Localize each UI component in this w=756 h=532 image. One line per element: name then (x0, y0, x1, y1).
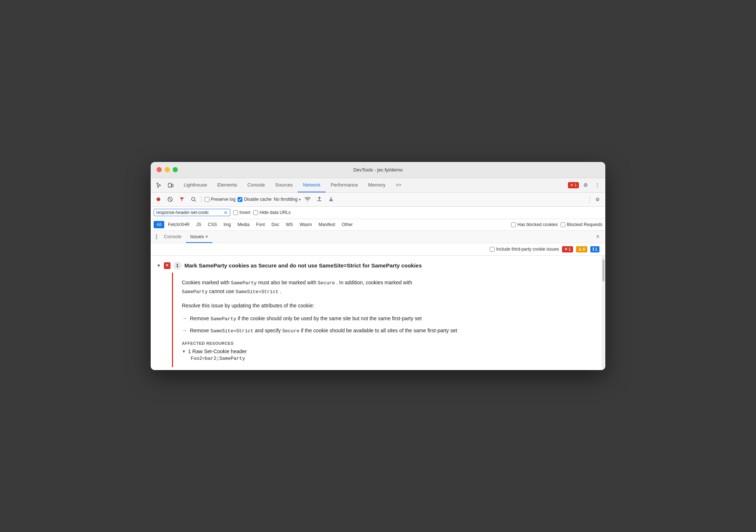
scrollbar-thumb[interactable] (602, 259, 605, 281)
svg-point-7 (156, 234, 157, 236)
disable-cache-label[interactable]: Disable cache (244, 197, 271, 202)
blocked-requests-checkbox[interactable] (561, 222, 565, 227)
titlebar: DevTools - jec.fyi/demo (151, 162, 605, 178)
invert-group: Invert (233, 210, 250, 215)
devtools-panel: Lighthouse Elements Console Sources Netw… (151, 178, 605, 370)
tab-console[interactable]: Console (242, 178, 270, 192)
third-party-cookie-checkbox[interactable] (490, 247, 495, 252)
issue-title: Mark SameParty cookies as Secure and do … (184, 262, 422, 269)
issues-content: ▼ ✕ 1 Mark SameParty cookies as Secure a… (151, 256, 605, 370)
affected-resource-item[interactable]: ▼ 1 Raw Set-Cookie header (182, 348, 597, 354)
svg-point-8 (156, 236, 157, 237)
type-filter-js[interactable]: JS (193, 221, 204, 228)
issue-bullet-2: → Remove SameSite=Strict and specify Sec… (182, 326, 597, 335)
issue-count-badge: 1 (173, 262, 181, 270)
svg-point-2 (157, 197, 160, 201)
error-badge[interactable]: ✕ 1 (568, 182, 579, 188)
tab-memory[interactable]: Memory (363, 178, 390, 192)
clear-button[interactable] (165, 195, 175, 204)
filter-icon[interactable] (177, 195, 187, 204)
hide-data-urls-label[interactable]: Hide data URLs (260, 210, 291, 215)
panel-close-button[interactable]: × (593, 233, 602, 240)
type-filter-manifest[interactable]: Manifest (316, 221, 338, 228)
type-filter-doc[interactable]: Doc (268, 221, 282, 228)
type-filter-media[interactable]: Media (235, 221, 253, 228)
type-filter-all[interactable]: All (154, 221, 164, 228)
invert-checkbox[interactable] (233, 210, 238, 215)
invert-label[interactable]: Invert (239, 210, 250, 215)
upload-icon[interactable] (315, 195, 324, 204)
issue-description: Cookies marked with SameParty must also … (182, 278, 597, 296)
window-title: DevTools - jec.fyi/demo (353, 167, 403, 173)
device-toggle-icon[interactable] (165, 180, 176, 190)
has-blocked-cookies-checkbox[interactable] (511, 222, 516, 227)
filter-input[interactable] (156, 210, 222, 215)
preserve-log-group: Preserve log (205, 197, 235, 202)
filter-clear-button[interactable]: ✕ (224, 210, 228, 215)
filter-input-wrapper: ✕ (154, 209, 230, 216)
tab-network[interactable]: Network (298, 178, 326, 192)
maximize-button[interactable] (173, 167, 178, 172)
preserve-log-label[interactable]: Preserve log (211, 197, 235, 202)
preserve-log-checkbox[interactable] (205, 197, 209, 202)
download-icon[interactable] (326, 195, 336, 204)
separator-2 (590, 196, 590, 203)
has-blocked-cookies-label[interactable]: Has blocked cookies (517, 222, 558, 227)
close-button[interactable] (157, 167, 162, 172)
disable-cache-checkbox[interactable] (238, 197, 242, 202)
issue-header[interactable]: ▼ ✕ 1 Mark SameParty cookies as Secure a… (151, 259, 605, 273)
tab-lighthouse[interactable]: Lighthouse (179, 178, 212, 192)
issue-expand-icon: ▼ (157, 263, 161, 268)
type-filter-img[interactable]: Img (221, 221, 234, 228)
network-toolbar: Preserve log Disable cache No throttling… (151, 193, 605, 207)
throttle-label[interactable]: No throttling (274, 197, 298, 202)
tab-more[interactable]: >> (390, 178, 406, 192)
scrollbar-track (602, 256, 605, 370)
type-filter-css[interactable]: CSS (205, 221, 220, 228)
tab-elements[interactable]: Elements (212, 178, 242, 192)
third-party-cookie-label[interactable]: Include third-party cookie issues (496, 247, 559, 252)
svg-point-9 (156, 238, 157, 239)
wifi-icon[interactable] (303, 195, 312, 204)
cursor-icon[interactable] (154, 180, 164, 190)
third-party-cookie-group: Include third-party cookie issues (490, 247, 559, 252)
issue-error-icon: ✕ (164, 262, 170, 269)
toolbar-settings-icon[interactable]: ⚙ (593, 195, 602, 204)
resource-expand-icon: ▼ (182, 349, 186, 354)
has-blocked-cookies-group: Has blocked cookies (511, 222, 558, 227)
resource-value: Foo2=bar2;SameParty (191, 356, 597, 361)
disable-cache-group: Disable cache (238, 197, 271, 202)
type-filter-ws[interactable]: WS (283, 221, 296, 228)
bullet-2-arrow: → (182, 326, 187, 335)
nav-bar: Lighthouse Elements Console Sources Netw… (151, 178, 605, 193)
record-button[interactable] (154, 195, 163, 204)
panel-tab-console[interactable]: Console (159, 231, 186, 243)
hide-data-urls-checkbox[interactable] (253, 210, 258, 215)
blocked-requests-label[interactable]: Blocked Requests (567, 222, 602, 227)
nav-tabs: Lighthouse Elements Console Sources Netw… (179, 178, 568, 192)
panel-tab-issues[interactable]: Issues × (186, 231, 213, 243)
type-filter-wasm[interactable]: Wasm (297, 221, 315, 228)
filter-bar: ✕ Invert Hide data URLs (151, 207, 605, 219)
bottom-panel: Console Issues × × Include third-party c… (151, 231, 605, 370)
throttle-dropdown-icon[interactable]: ▾ (299, 197, 301, 202)
minimize-button[interactable] (165, 167, 170, 172)
separator-1 (201, 196, 202, 203)
resource-label: 1 Raw Set-Cookie header (188, 348, 247, 354)
tab-sources[interactable]: Sources (270, 178, 298, 192)
nav-right: ✕ 1 ⚙ ⋮ (568, 180, 602, 190)
type-filter-bar: All Fetch/XHR JS CSS Img Media Font Doc (151, 219, 605, 231)
type-filter-fetch-xhr[interactable]: Fetch/XHR (165, 221, 192, 228)
panel-more-dots[interactable] (154, 233, 159, 241)
settings-icon[interactable]: ⚙ (580, 180, 591, 190)
tab-performance[interactable]: Performance (326, 178, 363, 192)
search-icon[interactable] (189, 195, 198, 204)
nav-icons (154, 180, 176, 190)
type-filter-other[interactable]: Other (339, 221, 356, 228)
affected-resources-title: AFFECTED RESOURCES (182, 341, 597, 346)
more-options-icon[interactable]: ⋮ (592, 180, 602, 190)
svg-rect-0 (168, 183, 171, 187)
bullet-1-arrow: → (182, 314, 187, 322)
bullet-1-text: Remove SameParty if the cookie should on… (190, 314, 422, 323)
type-filter-font[interactable]: Font (253, 221, 268, 228)
